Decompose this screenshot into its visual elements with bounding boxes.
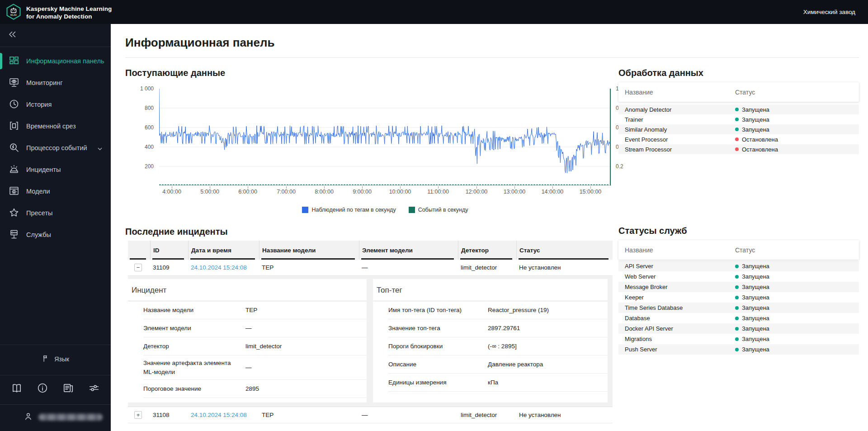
table-row: Docker API ServerЗапущена bbox=[618, 323, 859, 334]
incident-id: 31108 bbox=[150, 412, 188, 418]
sidebar-item-label: Временной срез bbox=[26, 123, 76, 130]
column-header-datetime[interactable]: Дата и время bbox=[188, 241, 259, 260]
status-label: Запущена bbox=[742, 304, 769, 311]
column-header-element[interactable]: Элемент модели bbox=[359, 241, 458, 260]
status-cell: Запущена bbox=[735, 263, 859, 270]
service-name: Similar Anomaly bbox=[625, 126, 735, 133]
sidebar-item-event-processor[interactable]: Процессор событий bbox=[0, 137, 111, 159]
collapse-row-button[interactable]: − bbox=[134, 264, 142, 271]
about-icon[interactable] bbox=[37, 382, 48, 394]
event-processor-icon bbox=[9, 142, 19, 154]
table-row: Stream ProcessorОстановлена bbox=[618, 144, 859, 154]
detail-field: Название моделиTEP bbox=[143, 301, 367, 319]
user-account[interactable] bbox=[24, 412, 103, 423]
service-name: Message Broker bbox=[625, 284, 735, 290]
status-dot bbox=[735, 128, 739, 131]
service-name: Anomaly Detector bbox=[625, 106, 735, 113]
incident-detector: limit_detector bbox=[458, 264, 516, 271]
incident-datetime-link[interactable]: 24.10.2024 15:24:08 bbox=[191, 264, 247, 271]
language-button[interactable]: Язык bbox=[0, 352, 111, 366]
user-email-redacted bbox=[38, 414, 103, 421]
column-header-name: Название bbox=[625, 89, 735, 96]
expand-row-button[interactable]: + bbox=[134, 411, 142, 419]
status-cell: Остановлена bbox=[735, 136, 859, 143]
sidebar-item-dashboard[interactable]: Информационная панель bbox=[0, 50, 111, 72]
sidebar-item-models[interactable]: Модели bbox=[0, 180, 111, 202]
x-axis-label: 13:00:00 bbox=[504, 189, 526, 195]
x-axis-label: 10:00:00 bbox=[389, 189, 411, 195]
sidebar-item-presets[interactable]: Пресеты bbox=[0, 202, 111, 224]
data-processing-header: Название Статус bbox=[618, 82, 859, 102]
status-label: Запущена bbox=[742, 325, 769, 332]
detail-field: Имя топ-тега (ID топ-тега)Reactor_pressu… bbox=[388, 301, 608, 319]
status-dot bbox=[735, 348, 739, 351]
sidebar-collapse-button[interactable] bbox=[7, 29, 19, 41]
column-header-status[interactable]: Статус bbox=[516, 241, 613, 260]
column-header-id[interactable]: ID bbox=[150, 241, 188, 260]
status-label: Запущена bbox=[742, 284, 769, 290]
sidebar-nav: Информационная панель Мониторинг История… bbox=[0, 50, 111, 246]
table-row: Time Series DatabaseЗапущена bbox=[618, 303, 859, 313]
status-dot bbox=[735, 118, 739, 121]
sidebar: Информационная панель Мониторинг История… bbox=[0, 24, 111, 431]
status-dot bbox=[735, 306, 739, 310]
column-header-model[interactable]: Название модели bbox=[259, 241, 359, 260]
top-tag-detail-card: Топ-тег Имя топ-тега (ID топ-тега)Reacto… bbox=[373, 279, 608, 403]
status-cell: Остановлена bbox=[735, 146, 859, 153]
column-header-detector[interactable]: Детектор bbox=[458, 241, 516, 260]
manual-icon[interactable] bbox=[11, 382, 23, 394]
sidebar-item-monitoring[interactable]: Мониторинг bbox=[0, 72, 111, 94]
status-cell: Запущена bbox=[735, 315, 859, 322]
status-cell: Запущена bbox=[735, 126, 859, 133]
legend-item-observations[interactable]: Наблюдений по тегам в секунду bbox=[302, 207, 396, 213]
settings-icon[interactable] bbox=[88, 382, 100, 394]
y-axis-label: 200 bbox=[126, 163, 154, 170]
field-label: Имя топ-тега (ID топ-тега) bbox=[388, 306, 488, 315]
status-label: Запущена bbox=[742, 273, 769, 280]
x-axis-label: 11:00:00 bbox=[427, 189, 449, 195]
sidebar-divider bbox=[0, 345, 111, 345]
column-header-expander bbox=[128, 241, 150, 260]
page-title: Информационная панель bbox=[125, 36, 275, 50]
incoming-data-title: Поступающие данные bbox=[125, 68, 225, 78]
column-header-status: Статус bbox=[735, 246, 859, 254]
y-axis-label: 400 bbox=[126, 144, 154, 150]
field-value: 2895 bbox=[245, 385, 259, 392]
app-logo-block: MLAD Kaspersky Machine Learning for Anom… bbox=[6, 4, 112, 22]
legend-label: Наблюдений по тегам в секунду bbox=[311, 207, 396, 213]
sidebar-item-services[interactable]: Службы bbox=[0, 224, 111, 246]
status-label: Запущена bbox=[742, 126, 769, 133]
x-axis-label: 15:00:00 bbox=[580, 189, 602, 195]
services-icon bbox=[9, 229, 19, 241]
y-axis-label: 1 000 bbox=[126, 85, 154, 92]
status-cell: Запущена bbox=[735, 325, 859, 332]
service-name: Time Series Database bbox=[625, 304, 735, 311]
field-label: Детектор bbox=[143, 342, 245, 351]
sidebar-item-incidents[interactable]: Инциденты bbox=[0, 159, 111, 180]
x-axis-label: 9:00:00 bbox=[353, 189, 372, 195]
field-value: TEP bbox=[245, 307, 257, 313]
status-dot bbox=[735, 137, 739, 141]
status-label: Остановлена bbox=[742, 136, 778, 143]
chevron-down-icon[interactable] bbox=[96, 145, 104, 154]
service-statuses-title: Статусы служб bbox=[618, 226, 859, 236]
sidebar-item-history[interactable]: История bbox=[0, 94, 111, 115]
chart-legend: Наблюдений по тегам в секунду Событий в … bbox=[159, 207, 611, 213]
app-title: Kaspersky Machine Learning for Anomaly D… bbox=[26, 5, 112, 20]
field-value: кПа bbox=[488, 379, 498, 386]
incident-datetime-link[interactable]: 24.10.2024 15:24:08 bbox=[191, 412, 247, 418]
detail-field: Детекторlimit_detector bbox=[143, 337, 367, 355]
status-dot bbox=[735, 265, 739, 268]
incidents-icon bbox=[9, 164, 19, 176]
recent-incidents-title: Последние инциденты bbox=[125, 227, 615, 237]
y-axis-label: 600 bbox=[126, 124, 154, 131]
incoming-data-chart[interactable] bbox=[159, 89, 611, 186]
changelog-icon[interactable] bbox=[62, 382, 74, 394]
sidebar-item-label: Информационная панель bbox=[26, 57, 104, 65]
legend-item-events[interactable]: Событий в секунду bbox=[409, 207, 468, 213]
legend-label: Событий в секунду bbox=[418, 207, 468, 213]
service-name: Event Processor bbox=[625, 136, 735, 143]
sidebar-item-time-slice[interactable]: Временной срез bbox=[0, 115, 111, 137]
field-label: Описание bbox=[388, 360, 488, 369]
incidents-table: ID Дата и время Название модели Элемент … bbox=[128, 241, 613, 423]
